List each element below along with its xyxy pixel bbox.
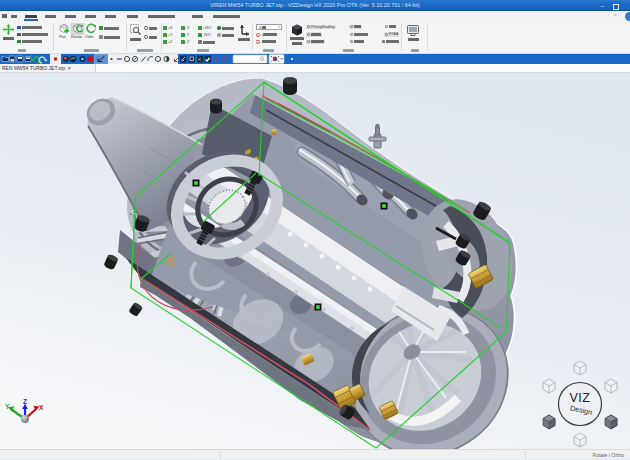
- svg-text:Y: Y: [5, 403, 10, 410]
- svg-text:X: X: [39, 404, 44, 411]
- svg-text:Z: Z: [23, 398, 27, 405]
